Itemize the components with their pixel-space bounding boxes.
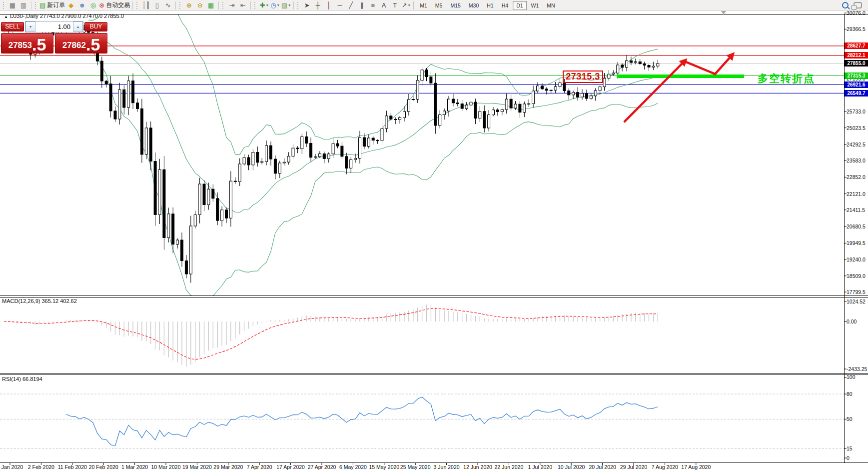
chart-shift-icon[interactable]: ⇤ [238, 1, 248, 10]
arrows-icon[interactable]: ↗▾ [401, 1, 411, 10]
date-tick-label: 19 Mar 2020 [179, 464, 214, 470]
market-watch-icon[interactable]: ◆ [66, 1, 76, 10]
fibonacci-icon[interactable]: ≡ [368, 1, 378, 10]
volume-stepper: ▼ 1.00 ▲ [25, 21, 83, 32]
date-tick-label: 10 Mar 2020 [148, 464, 183, 470]
toolbar-drag-handle[interactable] [35, 2, 37, 9]
auto-scroll-icon[interactable]: ⇥ [227, 1, 237, 10]
crosshair-icon[interactable]: ┼ [313, 1, 323, 10]
support-price-callout[interactable]: 27315.3 [563, 70, 603, 83]
new-order-label: 新订单 [47, 1, 65, 10]
toolbar-drag-handle[interactable] [222, 2, 225, 9]
autotrading-icon[interactable]: ⊗自动交易 [99, 1, 130, 10]
autotrading-label: 自动交易 [106, 1, 130, 10]
price-tick-label: 24292.5 [847, 142, 866, 148]
chat-icon[interactable] [854, 2, 862, 8]
vertical-line-icon[interactable]: │ [324, 1, 334, 10]
volume-input[interactable]: 1.00 [35, 22, 73, 32]
bar-chart-icon: ┆┃ [142, 1, 150, 10]
horizontal-line-icon[interactable]: ─ [335, 1, 345, 10]
timeframe-h1-button[interactable]: H1 [483, 1, 497, 10]
price-level-tag[interactable]: 26921.6 [845, 82, 868, 88]
sell-price-panel[interactable]: 27853.5 [1, 33, 53, 54]
toolbar-separator [293, 2, 294, 10]
turning-point-label[interactable]: 多空转折点 [758, 72, 815, 86]
toolbar-drag-handle[interactable] [179, 2, 182, 9]
chevron-down-icon[interactable]: ▾ [277, 3, 279, 8]
date-tick-label: 22 Jun 2020 [491, 464, 526, 470]
toolbar-drag-handle[interactable] [136, 2, 139, 9]
price-chart[interactable] [0, 0, 868, 472]
price-level-tag[interactable]: 27315.3 [845, 72, 868, 79]
chevron-down-icon[interactable]: ▾ [408, 3, 410, 8]
toolbar-separator [31, 2, 31, 10]
price-level-tag[interactable]: 28212.1 [845, 52, 868, 58]
zoom-out-icon: ⊖ [197, 1, 203, 10]
toolbar-drag-handle[interactable] [254, 2, 257, 9]
date-tick-label: 7 Apr 2020 [242, 464, 277, 470]
macd-legend: MACD(12,26,9) 365.12 402.62 [2, 298, 77, 304]
buy-button[interactable]: BUY [84, 22, 107, 32]
trendline-icon[interactable]: ╱ [346, 1, 356, 10]
line-chart-icon[interactable]: ∿ [163, 1, 173, 10]
indicators-icon[interactable]: ✚▾ [259, 1, 269, 10]
candlestick-chart-icon[interactable]: ▯ [152, 1, 162, 10]
collapse-icon[interactable]: ▲ [4, 14, 8, 19]
profiles-icon[interactable]: ▥ [18, 1, 28, 10]
timeframe-d1-button[interactable]: D1 [513, 1, 526, 10]
text-label-icon: T [393, 1, 397, 10]
buy-price-panel[interactable]: 27862.5 [55, 33, 107, 54]
indicators-icon: ✚ [260, 1, 265, 10]
new-chart-icon[interactable]: ▦ [7, 1, 17, 10]
price-level-tag[interactable]: 27855.0 [845, 60, 868, 66]
zoom-in-icon[interactable]: ⊕ [184, 1, 194, 10]
search-icon[interactable] [842, 2, 849, 8]
channel-icon[interactable]: ∥ [357, 1, 367, 10]
signals-icon[interactable]: ◎ [88, 1, 98, 10]
cursor-icon: ➤ [304, 1, 310, 10]
new-chart-icon: ▦ [9, 1, 15, 10]
date-tick-label: 15 May 2020 [367, 464, 402, 470]
profiles-icon: ▥ [20, 1, 26, 10]
price-tick-label: 22121.0 [847, 191, 866, 197]
toolbar-drag-handle[interactable] [297, 2, 300, 9]
zoom-out-icon[interactable]: ⊖ [195, 1, 205, 10]
date-tick-label: 29 Jul 2020 [616, 464, 651, 470]
date-tick-label: 11 Feb 2020 [55, 464, 90, 470]
timeframe-m5-button[interactable]: M5 [432, 1, 446, 10]
volume-up-button[interactable]: ▲ [73, 22, 83, 32]
periods-icon[interactable]: ◷▾ [270, 1, 280, 10]
bar-chart-icon[interactable]: ┆┃ [141, 1, 151, 10]
fibonacci-icon: ≡ [371, 1, 375, 10]
timeframe-m15-button[interactable]: M15 [447, 1, 464, 10]
symbol-title: DJ30-,Daily [10, 13, 38, 19]
volume-down-button[interactable]: ▼ [25, 22, 35, 32]
new-order-icon[interactable]: ▤新订单 [39, 1, 65, 10]
rsi-tick-label: 100 [847, 374, 856, 380]
cursor-icon[interactable]: ➤ [302, 1, 312, 10]
trendline-icon: ╱ [349, 1, 353, 10]
sell-button[interactable]: SELL [1, 22, 24, 32]
timeframe-m1-button[interactable]: M1 [416, 1, 431, 10]
text-icon[interactable]: A [379, 1, 389, 10]
chevron-down-icon[interactable]: ▾ [266, 3, 268, 8]
price-tick-label: 20680.5 [847, 224, 866, 230]
templates-icon[interactable]: ▨▾ [281, 1, 291, 10]
timeframe-m30-button[interactable]: M30 [465, 1, 482, 10]
price-level-tag[interactable]: 26549.7 [845, 90, 868, 96]
timeframe-w1-button[interactable]: W1 [528, 1, 543, 10]
chevron-down-icon[interactable]: ▾ [288, 3, 290, 8]
ohlc-high: 27900.0 [61, 13, 81, 19]
sell-price-fraction: .5 [32, 38, 46, 52]
date-tick-label: 2 Feb 2020 [23, 464, 58, 470]
price-tick-label: 18509.0 [847, 273, 866, 279]
ohlc-close: 27855.0 [104, 13, 124, 19]
price-level-tag[interactable]: 28627.7 [845, 42, 868, 49]
tile-windows-icon[interactable]: ▦ [206, 1, 216, 10]
text-label-icon[interactable]: T [390, 1, 400, 10]
timeframe-h4-button[interactable]: H4 [498, 1, 512, 10]
data-window-icon[interactable]: ☻ [77, 1, 87, 10]
sell-price: 27853 [8, 40, 32, 50]
toolbar-drag-handle[interactable] [3, 2, 5, 9]
timeframe-mn-button[interactable]: MN [543, 1, 558, 10]
